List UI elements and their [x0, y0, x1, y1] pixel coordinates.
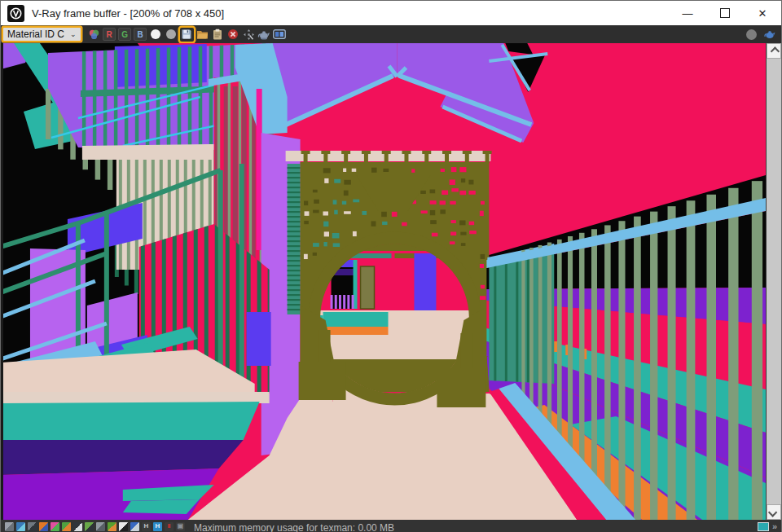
ab-compare-button[interactable]	[273, 28, 287, 42]
vertical-scrollbar[interactable]	[766, 43, 781, 520]
frame-icon[interactable]: ▣	[176, 522, 185, 531]
red-channel-button[interactable]: R	[103, 28, 116, 42]
white-background-button[interactable]	[149, 28, 163, 42]
rgb-circles-icon	[88, 29, 100, 41]
stop-x-icon	[227, 29, 239, 40]
vfb-toolbar: Material ID C ⌄ R G B	[1, 25, 781, 43]
title-bar: V-Ray frame buffer - [200% of 708 x 450]…	[1, 1, 781, 25]
globe-icon[interactable]	[28, 522, 37, 531]
slashes-icon[interactable]	[85, 522, 94, 531]
chevron-down-icon: ⌄	[70, 30, 77, 38]
maximize-button[interactable]	[706, 1, 744, 25]
window-title: V-Ray frame buffer - [200% of 708 x 450]	[32, 7, 224, 20]
chevron-up-icon	[771, 46, 780, 55]
moon-gate	[286, 151, 492, 407]
save-image-button[interactable]	[180, 28, 194, 42]
levels-icon[interactable]	[130, 522, 139, 531]
red-channel-label: R	[103, 28, 116, 41]
open-folder-icon	[196, 29, 209, 40]
texture-icon[interactable]	[39, 522, 48, 531]
pause-bars-icon[interactable]: ‖	[165, 522, 174, 531]
swatches-icon[interactable]	[51, 522, 59, 531]
white-circle-icon	[151, 29, 160, 39]
render-row	[1, 43, 781, 520]
gear-icon[interactable]	[96, 522, 105, 531]
blue-channel-label: B	[134, 28, 147, 41]
clipboard-icon	[213, 29, 222, 40]
green-channel-button[interactable]: G	[118, 28, 132, 42]
render-last-button[interactable]	[257, 28, 271, 42]
gray-background-button[interactable]	[165, 28, 178, 42]
close-button[interactable]: ✕	[744, 1, 781, 25]
status-message: Maximum memory usage for texman: 0.00 MB	[194, 522, 394, 532]
render-canvas	[1, 43, 766, 520]
vray-logo-icon	[7, 5, 24, 22]
follow-mouse-button[interactable]	[242, 28, 256, 42]
load-image-button[interactable]	[196, 28, 209, 42]
floppy-disk-icon	[181, 29, 192, 40]
display-small-icon[interactable]	[758, 522, 769, 531]
scrollbar-track[interactable]	[767, 59, 781, 504]
scroll-up-button[interactable]	[767, 43, 781, 59]
mountain-icon[interactable]	[73, 522, 82, 531]
layers-icon[interactable]	[16, 522, 25, 531]
maximize-icon	[720, 8, 730, 18]
blue-teapot-icon[interactable]	[763, 29, 776, 39]
channel-dropdown[interactable]: Material ID C ⌄	[3, 28, 81, 41]
render-left-border	[1, 43, 3, 520]
history-h-icon[interactable]: H	[142, 522, 151, 531]
clipboard-button[interactable]	[211, 28, 225, 42]
minimize-button[interactable]: —	[669, 1, 706, 25]
scroll-down-button[interactable]	[767, 504, 781, 520]
blue-channel-button[interactable]: B	[134, 28, 147, 42]
rgb-channels-button[interactable]	[87, 28, 101, 42]
grass-icon[interactable]	[108, 522, 116, 531]
stop-render-button[interactable]	[226, 28, 240, 42]
monitor-icon	[273, 29, 286, 39]
compare-icon[interactable]: H	[153, 522, 162, 531]
render-viewport	[1, 43, 766, 520]
gate-pedestal-right	[437, 368, 485, 407]
display-icon[interactable]	[5, 522, 14, 531]
channel-dropdown-value: Material ID C	[7, 29, 64, 40]
sphere-icon[interactable]	[746, 29, 757, 40]
green-channel-label: G	[118, 28, 131, 41]
stripes-icon[interactable]	[62, 522, 71, 531]
curve-icon[interactable]	[119, 522, 128, 531]
move-cross-icon	[243, 29, 255, 41]
gate-pedestal-left	[299, 362, 346, 400]
gray-circle-icon	[166, 29, 176, 39]
expand-chevrons-icon[interactable]: »	[772, 522, 777, 531]
teapot-icon	[257, 29, 270, 40]
status-bar: HH‖▣ Maximum memory usage for texman: 0.…	[1, 520, 781, 532]
vfb-window: V-Ray frame buffer - [200% of 708 x 450]…	[0, 0, 782, 532]
chevron-down-icon	[768, 508, 777, 517]
